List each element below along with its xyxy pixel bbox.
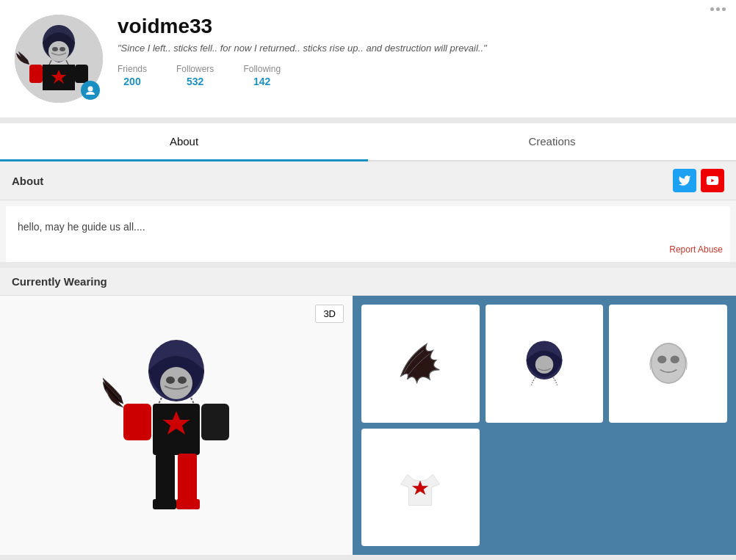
wearing-content: 3D — [0, 296, 736, 555]
tab-about[interactable]: About — [0, 123, 368, 161]
about-header: About — [0, 161, 736, 200]
svg-point-25 — [657, 356, 666, 364]
svg-point-4 — [59, 47, 65, 51]
svg-point-3 — [52, 47, 58, 51]
svg-rect-19 — [153, 499, 176, 509]
profile-card: voidme33 "Since I left.. sticks fell.. f… — [0, 0, 736, 117]
followers-stat[interactable]: Followers 532 — [176, 64, 214, 87]
about-text: hello, may he guide us all.... — [18, 221, 718, 233]
svg-point-24 — [652, 344, 685, 383]
dots-menu[interactable] — [710, 7, 726, 11]
wearing-header: Currently Wearing — [0, 268, 736, 296]
svg-rect-7 — [75, 65, 88, 83]
character-3d-svg — [103, 330, 250, 521]
profile-stats: Friends 200 Followers 532 Following 142 — [118, 64, 721, 87]
item-card-hood[interactable] — [486, 305, 604, 423]
profile-info: voidme33 "Since I left.. sticks fell.. f… — [118, 15, 721, 87]
avatar-container — [15, 15, 103, 103]
item-thumb-wing — [373, 316, 468, 411]
wearing-title: Currently Wearing — [12, 275, 107, 288]
svg-point-12 — [166, 377, 175, 384]
report-abuse-link[interactable]: Report Abuse — [669, 244, 723, 255]
profile-bio: "Since I left.. sticks fell.. for now I … — [118, 43, 721, 54]
followers-label: Followers — [176, 64, 214, 74]
dot2 — [716, 7, 720, 11]
friends-value: 200 — [123, 76, 140, 87]
following-stat[interactable]: Following 142 — [243, 64, 281, 87]
item-thumb-hood — [497, 316, 592, 411]
items-grid-panel — [353, 296, 736, 555]
item-thumb-shirt — [373, 440, 468, 535]
following-value: 142 — [253, 76, 270, 87]
item-thumb-mask — [621, 316, 715, 411]
item-card-shirt[interactable] — [361, 429, 480, 547]
friends-stat[interactable]: Friends 200 — [118, 64, 147, 87]
dot3 — [722, 7, 726, 11]
btn-3d[interactable]: 3D — [315, 305, 344, 323]
item-card-wing[interactable] — [361, 305, 480, 423]
wearing-section: Currently Wearing 3D — [0, 268, 736, 555]
item-card-mask[interactable] — [609, 305, 727, 423]
twitter-button[interactable] — [673, 169, 696, 192]
avatar-3d-panel: 3D — [0, 296, 353, 555]
svg-point-26 — [670, 356, 679, 364]
svg-point-13 — [178, 377, 187, 384]
tab-creations[interactable]: Creations — [368, 123, 736, 161]
about-content: hello, may he guide us all.... Report Ab… — [6, 206, 730, 262]
followers-value: 532 — [187, 76, 203, 87]
youtube-button[interactable] — [701, 169, 724, 192]
svg-rect-15 — [123, 404, 151, 440]
social-icons — [673, 169, 724, 192]
dot1 — [710, 7, 714, 11]
friends-label: Friends — [118, 64, 147, 74]
svg-rect-6 — [29, 65, 43, 83]
avatar-badge — [81, 81, 100, 100]
svg-rect-17 — [156, 454, 175, 505]
svg-rect-20 — [176, 499, 200, 509]
svg-rect-16 — [201, 404, 229, 440]
svg-point-2 — [48, 41, 69, 62]
about-section: About hello, may he guide us all.... Rep… — [0, 161, 736, 262]
about-title: About — [12, 175, 43, 187]
svg-rect-18 — [178, 454, 197, 505]
following-label: Following — [243, 64, 281, 74]
svg-point-22 — [535, 356, 554, 374]
page-wrapper: voidme33 "Since I left.. sticks fell.. f… — [0, 0, 736, 560]
username: voidme33 — [118, 15, 721, 38]
svg-point-8 — [88, 87, 93, 92]
svg-point-11 — [160, 367, 192, 399]
tabs-bar: About Creations — [0, 123, 736, 161]
